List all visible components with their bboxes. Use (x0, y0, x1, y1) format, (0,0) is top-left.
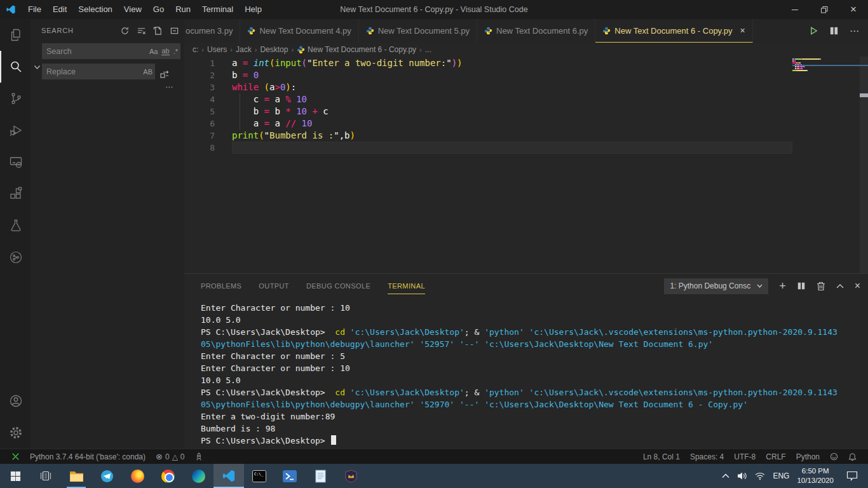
whole-word-toggle[interactable]: ab (161, 47, 169, 55)
collapse-all-icon[interactable] (170, 26, 179, 36)
panel-tab-problems[interactable]: PROBLEMS (201, 274, 241, 298)
menu-edit[interactable]: Edit (47, 0, 72, 19)
firefox-icon[interactable] (122, 464, 153, 488)
edge-icon[interactable] (183, 464, 214, 488)
menu-run[interactable]: Run (170, 0, 196, 19)
code-line-8[interactable]: 8 (184, 142, 868, 154)
tab-close-icon[interactable]: × (740, 25, 745, 36)
replace-input[interactable] (42, 64, 155, 79)
terminal-output[interactable]: Enter Character or number : 1010.0 5.0PS… (184, 298, 868, 449)
toggle-search-details[interactable]: ⋯ (42, 83, 180, 92)
new-search-editor-icon[interactable] (153, 26, 163, 36)
tab-5[interactable]: New Text Document 6 - Copy.py× (595, 19, 752, 43)
code-line-1[interactable]: 1a = int(input("Enter a two-digit number… (184, 57, 868, 69)
tab-4[interactable]: New Text Document 6.py (477, 19, 595, 43)
panel-tab-terminal[interactable]: TERMINAL (388, 274, 425, 298)
scrollbar-thumb[interactable] (860, 93, 868, 97)
code-line-2[interactable]: 2b = 0 (184, 69, 868, 81)
clock[interactable]: 6:50 PM 10/13/2020 (797, 466, 834, 485)
cursor-position-status[interactable]: Ln 8, Col 1 (638, 449, 685, 464)
menu-file[interactable]: File (22, 0, 47, 19)
settings-gear-icon[interactable] (0, 417, 31, 449)
search-icon[interactable] (0, 51, 31, 83)
command-prompt-icon[interactable]: C:\_ (244, 464, 275, 488)
restore-button[interactable] (810, 0, 839, 19)
menu-go[interactable]: Go (147, 0, 170, 19)
tab-2[interactable]: New Text Document 4.py (240, 19, 358, 43)
test-beaker-icon[interactable] (0, 210, 31, 241)
powershell-icon[interactable] (275, 464, 305, 488)
encoding-status[interactable]: UTF-8 (729, 449, 761, 464)
tab-3[interactable]: New Text Document 5.py (359, 19, 477, 43)
telegram-icon[interactable] (92, 464, 122, 488)
launch-icon[interactable] (190, 449, 208, 464)
shield-crown-app-icon[interactable] (336, 464, 366, 488)
preserve-case-toggle[interactable]: AB (143, 68, 153, 76)
tab-1[interactable]: ocumen 3.py (184, 19, 240, 43)
maximize-panel-icon[interactable] (836, 283, 844, 288)
code-line-4[interactable]: 4c = a % 10 (184, 93, 868, 105)
more-actions-icon[interactable]: ⋯ (850, 25, 859, 37)
menu-view[interactable]: View (118, 0, 147, 19)
notepad-icon[interactable] (305, 464, 336, 488)
toggle-replace-chevron[interactable] (32, 43, 42, 92)
language-indicator[interactable]: ENG (773, 471, 789, 480)
minimap[interactable] (792, 58, 862, 74)
panel-tab-output[interactable]: OUTPUT (259, 274, 289, 298)
menu-terminal[interactable]: Terminal (196, 0, 239, 19)
breadcrumb-item[interactable]: Desktop (260, 45, 288, 54)
new-terminal-icon[interactable]: + (779, 280, 786, 293)
circle-branch-icon[interactable] (0, 241, 31, 273)
breadcrumb-item[interactable]: Jack (236, 45, 252, 54)
editor-scrollbar[interactable] (860, 57, 868, 273)
menu-selection[interactable]: Selection (72, 0, 118, 19)
breadcrumb-item[interactable]: c: (193, 45, 198, 54)
vscode-taskbar-icon[interactable] (214, 464, 244, 488)
volume-icon[interactable] (737, 471, 747, 480)
account-icon[interactable] (0, 385, 31, 417)
refresh-icon[interactable] (120, 26, 130, 36)
minimize-button[interactable]: ─ (780, 0, 810, 19)
feedback-smiley-icon[interactable] (825, 449, 843, 464)
action-center-icon[interactable] (841, 471, 863, 481)
eol-status[interactable]: CRLF (761, 449, 790, 464)
menu-help[interactable]: Help (239, 0, 268, 19)
indentation-status[interactable]: Spaces: 4 (685, 449, 729, 464)
start-button[interactable] (0, 464, 31, 488)
code-editor[interactable]: 1a = int(input("Enter a two-digit number… (184, 57, 868, 273)
breadcrumb-item[interactable]: Users (207, 45, 227, 54)
code-line-7[interactable]: 7print("Bumberd is :",b) (184, 130, 868, 142)
extensions-icon[interactable] (0, 178, 31, 210)
close-panel-icon[interactable]: × (855, 280, 860, 292)
split-terminal-icon[interactable] (797, 281, 806, 290)
code-line-6[interactable]: 6a = a // 10 (184, 118, 868, 130)
code-line-5[interactable]: 5b = b * 10 + c (184, 105, 868, 118)
explorer-icon[interactable] (0, 19, 31, 51)
regex-toggle[interactable]: .* (173, 48, 178, 55)
replace-all-icon[interactable] (159, 69, 170, 79)
file-explorer-icon[interactable] (61, 464, 92, 488)
problems-status[interactable]: ⊗ 0 △ 0 (151, 449, 190, 464)
split-editor-icon[interactable] (829, 26, 839, 36)
breadcrumb-item[interactable]: ... (425, 45, 431, 54)
conda-env-icon[interactable] (6, 449, 25, 464)
terminal-selector-dropdown[interactable]: 1: Python Debug Consc (664, 278, 768, 294)
tray-chevron-icon[interactable] (722, 473, 729, 478)
wifi-icon[interactable] (755, 472, 765, 480)
panel-tab-debug-console[interactable]: DEBUG CONSOLE (306, 274, 370, 298)
code-line-3[interactable]: 3while (a>0): (184, 81, 868, 93)
run-file-button[interactable] (809, 26, 818, 36)
clear-results-icon[interactable] (137, 26, 146, 36)
run-debug-icon[interactable] (0, 114, 31, 146)
chrome-icon[interactable] (153, 464, 183, 488)
remote-explorer-icon[interactable] (0, 146, 31, 178)
close-button[interactable]: × (839, 0, 868, 19)
language-mode-status[interactable]: Python (791, 449, 825, 464)
notifications-bell-icon[interactable] (843, 449, 862, 464)
python-interpreter-status[interactable]: Python 3.7.4 64-bit ('base': conda) (25, 449, 151, 464)
task-view-button[interactable] (31, 464, 61, 488)
source-control-icon[interactable] (0, 83, 31, 114)
kill-terminal-icon[interactable] (817, 281, 825, 291)
breadcrumb-item[interactable]: New Text Document 6 - Copy.py (297, 45, 416, 54)
match-case-toggle[interactable]: Aa (149, 48, 158, 55)
